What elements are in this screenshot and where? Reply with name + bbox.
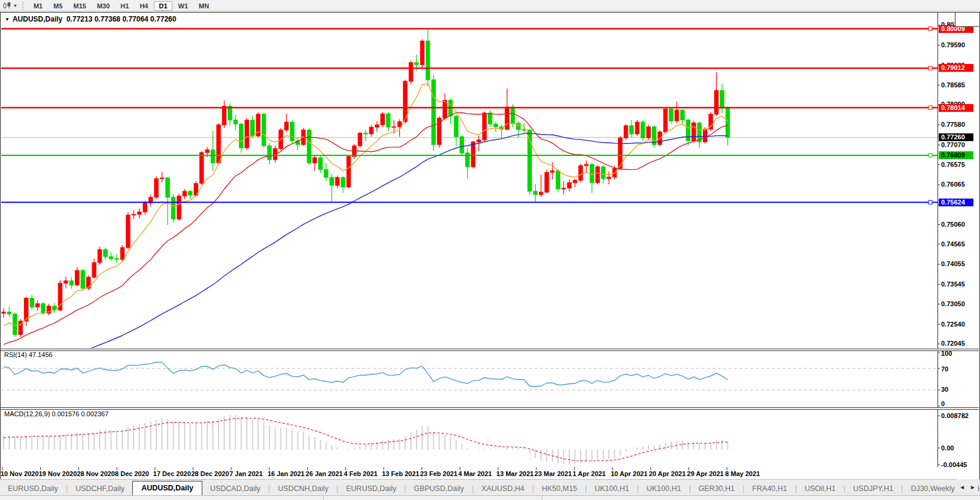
chart-tab-uk100-h1[interactable]: UK100,H1 (639, 482, 689, 496)
price-tick-label: 0.76575 (941, 161, 965, 168)
status-separator (323, 496, 324, 500)
slow-ma-line (4, 133, 728, 376)
macd-indicator-label: MACD(12,26,9) 0.001576 0.002367 (4, 410, 108, 417)
tab-scroll-controls: ◄ ► (957, 479, 978, 495)
chart-tab-usdcad-daily[interactable]: USDCAD,Daily (202, 482, 268, 496)
status-separator (542, 496, 542, 500)
date-tick-label: 8 Dec 2020 (115, 470, 149, 477)
price-tick-label: 0.72045 (941, 340, 965, 347)
level-price-badge: 0.79012 (939, 64, 973, 72)
price-tick-label: 0.74055 (941, 261, 965, 267)
chart-tab-gbpusd-daily[interactable]: GBPUSD,Daily (406, 482, 472, 496)
line-handle[interactable] (929, 154, 932, 157)
price-tick-label: 0.77070 (941, 142, 965, 148)
price-tick-label: 0.73050 (941, 301, 965, 307)
date-tick-label: 28 Nov 2020 (77, 470, 115, 477)
chart-tab-xauusd-h4[interactable]: XAUUSD,H4 (474, 482, 532, 496)
chart-tab-ger30-h1[interactable]: GER30,H1 (691, 482, 742, 496)
level-price-badge: 0.76809 (939, 151, 973, 159)
rsi-tick-label: 30 (941, 386, 948, 393)
date-tick-label: 4 Feb 2021 (344, 470, 377, 477)
tab-scroll-right-icon[interactable]: ► (970, 484, 976, 490)
date-tick-label: 8 May 2021 (725, 470, 760, 477)
date-tick-label: 17 Dec 2020 (153, 470, 191, 477)
chart-title: ▼AUDUSD,Daily 0.77213 0.77368 0.77064 0.… (5, 15, 176, 23)
panel-splitter-macd[interactable] (1, 407, 979, 410)
date-tick-label: 13 Feb 2021 (382, 470, 419, 477)
date-tick-label: 13 Mar 2021 (496, 470, 533, 477)
macd-tick-label: 0.008782 (941, 413, 969, 419)
price-tick-label: 0.78585 (941, 82, 965, 89)
date-tick-label: 10 Nov 2020 (1, 470, 39, 477)
tab-scroll-left-icon[interactable]: ◄ (959, 484, 965, 490)
rsi-tick-label: 100 (941, 350, 952, 357)
line-handle[interactable] (929, 66, 932, 70)
price-tick-label: 0.77580 (941, 121, 965, 128)
line-handle[interactable] (929, 200, 932, 204)
level-price-badge: 0.75624 (939, 199, 973, 206)
chart-tab-dj30-weekly[interactable]: DJ30,Weekly (903, 482, 962, 496)
chart-tab-uk100-h1[interactable]: UK100,H1 (587, 482, 637, 496)
chart-tab-usdcnh-daily[interactable]: USDCNH,Daily (270, 482, 336, 496)
macd-tick-label: -0.00445 (941, 462, 967, 468)
chart-tab-usdjpy-h1[interactable]: USDJPY,H1 (845, 482, 901, 496)
symbol-tab-bar: EURUSD,Daily|USDCHF,DailyAUDUSD,DailyUSD… (0, 479, 980, 496)
price-tick-label: 0.73545 (941, 281, 965, 288)
rsi-tick-label: 70 (941, 366, 948, 373)
date-tick-label: 23 Feb 2021 (420, 470, 457, 477)
line-handle[interactable] (929, 106, 932, 109)
chart-tab-usdchf-daily[interactable]: USDCHF,Daily (68, 482, 132, 496)
rsi-line (4, 362, 728, 386)
price-axis-border (937, 13, 938, 467)
line-handle[interactable] (929, 27, 932, 31)
date-tick-label: 19 Nov 2020 (39, 470, 77, 477)
terminal-window: ▼ M1M5M15M30H1H4D1W1MN ▼AUDUSD,Daily 0.7… (0, 0, 980, 500)
rsi-indicator-label: RSI(14) 47.1456 (4, 351, 53, 358)
date-tick-label: 7 Jan 2021 (229, 470, 263, 477)
macd-tick-label: 0.00 (941, 445, 954, 452)
chart-symbol-label: AUDUSD,Daily (13, 15, 62, 23)
chart-tab-usoil-h1[interactable]: USOil,H1 (797, 482, 844, 496)
collapse-triangle-icon[interactable]: ▼ (5, 17, 10, 22)
chart-tab-hk50-m15[interactable]: HK50,M15 (534, 482, 585, 496)
date-tick-label: 26 Jan 2021 (306, 470, 343, 477)
macd-signal-line (4, 418, 728, 461)
price-tick-label: 0.79590 (941, 42, 965, 48)
chart-tab-eurusd-daily[interactable]: EURUSD,Daily (338, 482, 404, 496)
price-tick-label: 0.74565 (941, 241, 965, 248)
chart-tab-eurusd-daily[interactable]: EURUSD,Daily (0, 482, 66, 496)
level-price-badge: 0.78014 (939, 104, 973, 112)
status-bar (0, 495, 980, 500)
chart-canvas[interactable] (0, 0, 980, 500)
date-tick-label: 23 Mar 2021 (535, 470, 572, 477)
current-price-badge: 0.77260 (939, 133, 973, 141)
date-tick-label: 4 Mar 2021 (458, 470, 491, 477)
date-tick-label: 1 Apr 2021 (573, 470, 606, 477)
macd-histogram (4, 415, 728, 464)
chart-tab-audusd-daily[interactable]: AUDUSD,Daily (132, 481, 202, 496)
panel-splitter-rsi[interactable] (1, 349, 979, 351)
chart-ohlc-values: 0.77213 0.77368 0.77064 0.77260 (66, 15, 177, 23)
date-tick-label: 28 Dec 2020 (192, 470, 229, 477)
fast-ma-line (4, 84, 728, 326)
rsi-tick-label: 0 (941, 401, 945, 407)
date-tick-label: 10 Apr 2021 (611, 470, 647, 477)
date-tick-label: 16 Jan 2021 (268, 470, 305, 477)
price-tick-label: 0.72540 (941, 321, 965, 328)
date-tick-label: 29 Apr 2021 (687, 470, 724, 477)
price-tick-label: 0.76065 (941, 181, 965, 188)
date-tick-label: 20 Apr 2021 (649, 470, 685, 477)
window-corner-box[interactable] (955, 13, 979, 27)
price-tick-label: 0.75060 (941, 221, 965, 228)
candlesticks (2, 29, 730, 337)
chart-tab-fra40-h1[interactable]: FRA40,H1 (744, 482, 794, 496)
